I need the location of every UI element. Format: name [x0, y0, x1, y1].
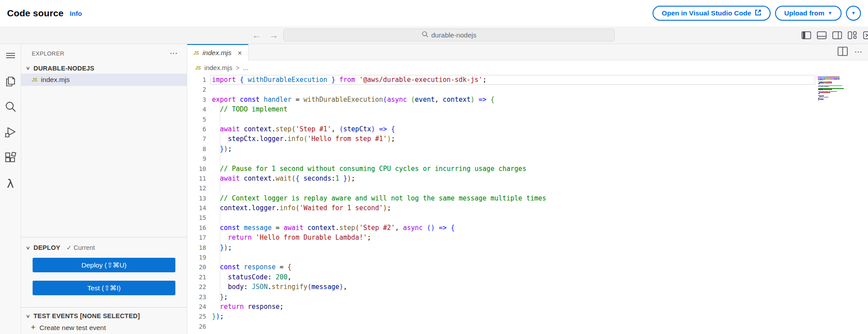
code-line[interactable]: 13 // Context logger is replay aware and… — [187, 193, 868, 203]
code-line-content: // Pause for 1 second without consuming … — [212, 164, 868, 174]
code-line[interactable]: 23 }; — [187, 292, 868, 302]
code-line[interactable]: 16 const message = await context.step('S… — [187, 223, 868, 233]
code-line-content — [212, 252, 868, 262]
line-number[interactable]: 21 — [187, 272, 212, 282]
line-number[interactable]: 17 — [187, 233, 212, 242]
line-number[interactable]: 8 — [187, 144, 212, 154]
test-button[interactable]: Test (⇧⌘I) — [33, 281, 175, 295]
line-number[interactable]: 3 — [187, 95, 212, 104]
line-number[interactable]: 16 — [187, 223, 212, 233]
run-debug-icon[interactable] — [4, 126, 17, 138]
code-line[interactable]: 1import { withDurableExecution } from '@… — [187, 75, 868, 85]
indent-guide — [220, 104, 220, 114]
line-number[interactable]: 1 — [187, 75, 212, 85]
forward-arrow-icon[interactable]: → — [269, 30, 278, 41]
open-in-vscode-button[interactable]: Open in Visual Studio Code — [653, 6, 771, 21]
code-line[interactable]: 8 }); — [187, 144, 868, 154]
tree-root-durable-nodejs[interactable]: ∨ DURABLE-NODEJS — [21, 63, 187, 74]
code-line[interactable]: 4 // TODO implement — [187, 104, 868, 114]
code-line[interactable]: 15 — [187, 213, 868, 223]
code-line[interactable]: 7 stepCtx.logger.info('Hello from step #… — [187, 134, 868, 144]
line-number[interactable]: 4 — [187, 104, 212, 114]
breadcrumb-file[interactable]: index.mjs — [204, 64, 232, 71]
code-line[interactable]: 18 }); — [187, 243, 868, 252]
code-line[interactable]: 3export const handler = withDurableExecu… — [187, 95, 868, 104]
code-line[interactable]: 25}); — [187, 312, 868, 321]
close-icon[interactable]: × — [237, 49, 242, 57]
line-number[interactable]: 22 — [187, 282, 212, 292]
code-lines: 1import { withDurableExecution } from '@… — [187, 75, 868, 331]
code-line[interactable]: 5 — [187, 115, 868, 124]
upload-from-button[interactable]: Upload from ▼ — [775, 6, 842, 21]
code-editor[interactable]: 1import { withDurableExecution } from '@… — [187, 75, 868, 334]
tree-file-index-mjs[interactable]: JS index.mjs — [21, 74, 187, 86]
code-line[interactable]: 22 body: JSON.stringify(message), — [187, 282, 868, 292]
code-line-content: await context.wait({ seconds:1 }); — [212, 174, 868, 183]
line-number[interactable]: 15 — [187, 213, 212, 223]
split-editor-icon[interactable] — [838, 47, 848, 58]
check-icon: ✓ — [67, 244, 72, 251]
code-line[interactable]: 11 await context.wait({ seconds:1 }); — [187, 174, 868, 183]
extensions-icon[interactable] — [4, 152, 17, 164]
line-number[interactable]: 14 — [187, 203, 212, 213]
deploy-section-header[interactable]: ∨ DEPLOY ✓ Current — [21, 243, 187, 252]
toggle-secondary-sidebar-icon[interactable] — [832, 31, 842, 39]
line-number[interactable]: 11 — [187, 174, 212, 183]
indent-guide — [220, 154, 220, 163]
search-sidebar-icon[interactable] — [4, 100, 17, 113]
code-line[interactable]: 21 statusCode: 200, — [187, 272, 868, 282]
indent-guide — [228, 272, 228, 282]
code-line[interactable]: 10 // Pause for 1 second without consumi… — [187, 164, 868, 174]
deploy-status: ✓ Current — [67, 244, 95, 251]
line-number[interactable]: 7 — [187, 134, 212, 144]
code-line[interactable]: 26 — [187, 322, 868, 331]
customize-layout-icon[interactable] — [848, 31, 857, 39]
line-number[interactable]: 19 — [187, 252, 212, 262]
explorer-files-icon[interactable] — [4, 75, 17, 87]
code-line-content — [212, 213, 868, 223]
code-line-content: statusCode: 200, — [212, 272, 868, 282]
search-input[interactable]: durable-nodejs — [283, 29, 615, 41]
minimap[interactable] — [818, 77, 857, 102]
info-link[interactable]: Info — [70, 10, 82, 17]
create-test-event-button[interactable]: + Create new test event — [21, 323, 187, 332]
code-line[interactable]: 14 context.logger.info('Waited for 1 sec… — [187, 203, 868, 213]
code-line[interactable]: 2 — [187, 85, 868, 94]
line-number[interactable]: 24 — [187, 302, 212, 312]
line-number[interactable]: 10 — [187, 164, 212, 174]
lambda-icon[interactable]: λ — [4, 177, 17, 189]
code-line[interactable]: 20 const response = { — [187, 262, 868, 272]
breadcrumb-symbol[interactable]: ... — [243, 64, 249, 71]
indent-guide — [220, 203, 220, 213]
code-line[interactable]: 17 return 'Hello from Durable Lambda!'; — [187, 233, 868, 242]
line-number[interactable]: 13 — [187, 193, 212, 203]
back-arrow-icon[interactable]: ← — [252, 30, 261, 41]
code-line[interactable]: 12 — [187, 183, 868, 193]
more-actions-button[interactable]: ▼ — [846, 6, 861, 21]
line-number[interactable]: 5 — [187, 115, 212, 124]
line-number[interactable]: 26 — [187, 322, 212, 331]
editor-more-icon[interactable]: ⋯ — [854, 47, 863, 57]
code-line[interactable]: 6 await context.step('Step #1', (stepCtx… — [187, 124, 868, 134]
indent-guide — [220, 193, 220, 203]
line-number[interactable]: 2 — [187, 85, 212, 94]
code-line[interactable]: 19 — [187, 252, 868, 262]
tab-index-mjs[interactable]: JS index.mjs × — [187, 44, 249, 61]
test-events-header[interactable]: ∨ TEST EVENTS [NONE SELECTED] — [21, 311, 187, 321]
toggle-panel-icon[interactable] — [817, 31, 827, 39]
line-number[interactable]: 9 — [187, 154, 212, 163]
line-number[interactable]: 25 — [187, 312, 212, 321]
toggle-primary-sidebar-icon[interactable] — [801, 31, 811, 39]
line-number[interactable]: 20 — [187, 262, 212, 272]
code-line[interactable]: 24 return response; — [187, 302, 868, 312]
line-number[interactable]: 23 — [187, 292, 212, 302]
open-window-icon[interactable] — [863, 31, 868, 39]
line-number[interactable]: 18 — [187, 243, 212, 252]
explorer-more-icon[interactable]: ⋯ — [170, 48, 178, 58]
menu-hamburger-icon[interactable] — [4, 49, 17, 62]
indent-guide — [220, 223, 220, 233]
line-number[interactable]: 6 — [187, 124, 212, 134]
deploy-button[interactable]: Deploy (⇧⌘U) — [33, 258, 175, 272]
line-number[interactable]: 12 — [187, 183, 212, 193]
code-line[interactable]: 9 — [187, 154, 868, 163]
